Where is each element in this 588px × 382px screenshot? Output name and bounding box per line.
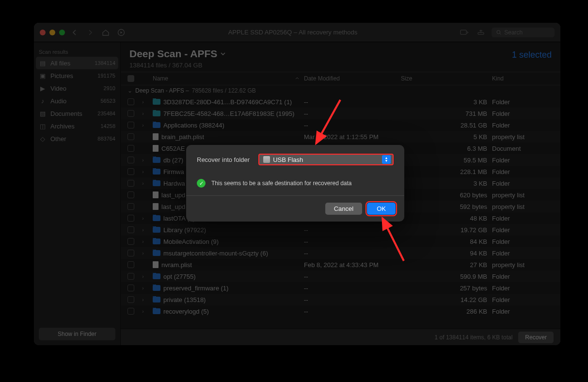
fullscreen-window-button[interactable] (59, 30, 65, 35)
page-title[interactable]: Deep Scan - APFS (129, 48, 226, 60)
sidebar-item-pictures[interactable]: ▣ Pictures 191175 (34, 69, 120, 82)
table-row[interactable]: › opt (27755) -- 590.9 MB Folder (121, 271, 560, 282)
row-checkbox[interactable] (127, 250, 134, 256)
column-kind[interactable]: Kind (492, 75, 555, 82)
column-date[interactable]: Date Modified (304, 75, 401, 82)
table-row[interactable]: › 3D3287DE-280D-461…B-D97469CA9C71 (1) -… (121, 96, 560, 108)
row-checkbox[interactable] (127, 145, 134, 152)
disclosure-icon[interactable]: › (140, 274, 146, 279)
home-button[interactable] (100, 27, 111, 38)
cancel-button[interactable]: Cancel (325, 203, 362, 215)
row-checkbox[interactable] (127, 191, 134, 198)
disclosure-icon[interactable]: › (140, 158, 146, 163)
column-size[interactable]: Size (401, 75, 492, 82)
row-checkbox[interactable] (127, 168, 134, 175)
table-row[interactable]: nvram.plist Feb 8, 2022 at 4:33:43 PM 27… (121, 259, 560, 271)
file-kind: Folder (492, 250, 555, 257)
sidebar-item-audio[interactable]: ♪ Audio 56523 (34, 95, 120, 107)
category-icon: ▶ (39, 84, 47, 92)
row-checkbox[interactable] (127, 308, 134, 315)
file-name: 7FEBC25E-4582-468…E17A6F81983E (1995) (163, 110, 294, 117)
show-in-finder-button[interactable]: Show in Finder (39, 328, 115, 340)
resume-scan-button[interactable] (115, 27, 127, 38)
row-checkbox[interactable] (127, 296, 134, 303)
sidebar-item-documents[interactable]: ▧ Documents 235484 (34, 107, 120, 120)
table-row[interactable]: brain_path.plist Mar 8, 2022 at 1:12:55 … (121, 131, 560, 143)
search-input[interactable] (504, 29, 550, 36)
column-name[interactable]: Name (153, 75, 304, 82)
row-checkbox[interactable] (127, 238, 134, 245)
disclosure-icon[interactable]: › (140, 216, 146, 221)
row-checkbox[interactable] (127, 133, 134, 140)
sidebar-item-count: 1384114 (95, 60, 115, 66)
row-checkbox[interactable] (127, 98, 134, 105)
table-row[interactable]: › MobileActivation (9) -- 84 KB Folder (121, 236, 560, 247)
search-field[interactable] (492, 28, 555, 37)
sidebar-item-all-files[interactable]: ▤ All files 1384114 (36, 57, 118, 69)
file-date: -- (304, 273, 401, 280)
file-kind: property list (492, 261, 555, 269)
file-kind: Folder (492, 98, 555, 106)
row-checkbox[interactable] (127, 203, 134, 210)
row-checkbox[interactable] (127, 180, 134, 187)
row-checkbox[interactable] (127, 122, 134, 128)
file-name: preserved_firmware (1) (163, 285, 228, 292)
row-checkbox[interactable] (127, 215, 134, 222)
file-kind: Folder (492, 110, 555, 117)
traffic-lights (40, 30, 65, 35)
search-icon (496, 30, 501, 35)
row-checkbox[interactable] (127, 157, 134, 163)
select-arrows-icon: ▲▼ (382, 155, 391, 164)
disclosure-icon[interactable]: › (140, 227, 146, 233)
file-size: 59.5 MB (401, 157, 492, 164)
safe-destination-message: This seems to be a safe destination for … (211, 180, 352, 187)
disclosure-icon[interactable]: › (140, 99, 146, 105)
sidebar-item-other[interactable]: ◇ Other 883764 (34, 132, 120, 145)
disclosure-icon[interactable]: › (140, 309, 146, 314)
table-row[interactable]: › 7FEBC25E-4582-468…E17A6F81983E (1995) … (121, 108, 560, 119)
disclosure-icon[interactable]: › (140, 286, 146, 291)
recover-button[interactable]: Recover (518, 332, 554, 343)
sidebar-item-video[interactable]: ▶ Video 2910 (34, 82, 120, 95)
ok-button[interactable]: OK (367, 203, 396, 215)
close-window-button[interactable] (40, 30, 46, 35)
destination-select[interactable]: USB Flash ▲▼ (258, 154, 394, 165)
table-row[interactable]: › preserved_firmware (1) -- 257 bytes Fo… (121, 282, 560, 294)
minimize-window-button[interactable] (49, 30, 55, 35)
back-button[interactable] (69, 27, 80, 38)
file-name: C652AE (161, 145, 185, 152)
disclosure-icon[interactable]: › (140, 239, 146, 244)
folder-icon (153, 239, 160, 244)
row-checkbox[interactable] (127, 110, 134, 117)
file-date: -- (304, 110, 401, 117)
disclosure-icon[interactable]: › (140, 123, 146, 128)
mount-icon[interactable] (475, 27, 487, 38)
row-checkbox[interactable] (127, 226, 134, 233)
table-row[interactable]: › private (13518) -- 14.22 GB Folder (121, 294, 560, 305)
view-options-icon[interactable] (459, 27, 470, 38)
file-date: -- (304, 98, 401, 106)
sidebar-item-label: Video (50, 85, 66, 92)
sidebar-item-archives[interactable]: ◫ Archives 14258 (34, 120, 120, 132)
file-icon (153, 191, 159, 198)
disclosure-icon[interactable]: › (140, 111, 146, 116)
table-row[interactable]: › recoverylogd (5) -- 286 KB Folder (121, 305, 560, 317)
file-kind: Folder (492, 285, 555, 292)
table-row[interactable]: › Library (97922) -- 19.72 GB Folder (121, 224, 560, 236)
forward-button[interactable] (84, 27, 96, 38)
row-checkbox[interactable] (127, 285, 134, 291)
table-row[interactable]: › Applications (388244) -- 28.51 GB Fold… (121, 119, 560, 131)
disclosure-icon[interactable]: › (140, 251, 146, 256)
group-row[interactable]: ⌄ Deep Scan - APFS – 785628 files / 122.… (121, 85, 560, 96)
svg-point-3 (497, 30, 500, 33)
disclosure-icon[interactable]: › (140, 169, 146, 175)
table-row[interactable]: › msutargetcontroller-mount-sGqzty (6) -… (121, 247, 560, 259)
file-size: 19.72 GB (401, 226, 492, 234)
row-checkbox[interactable] (127, 261, 134, 268)
file-icon (153, 203, 159, 210)
row-checkbox[interactable] (127, 273, 134, 280)
disclosure-icon[interactable]: › (140, 181, 146, 186)
select-all-checkbox[interactable] (127, 75, 134, 82)
disclosure-icon[interactable]: › (140, 297, 146, 302)
file-size: 592 bytes (401, 203, 492, 210)
